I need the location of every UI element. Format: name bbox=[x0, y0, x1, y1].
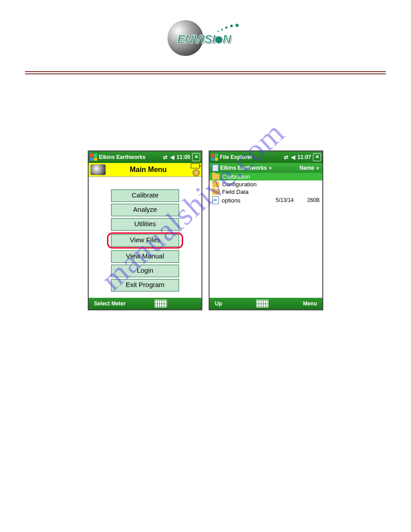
start-icon[interactable] bbox=[90, 154, 97, 161]
folder-configuration[interactable]: Configuration bbox=[210, 180, 322, 188]
titlebar-app-name: Elkins Earthworks bbox=[99, 154, 146, 160]
logo-dot-icon bbox=[215, 36, 223, 43]
exit-program-button[interactable]: Exit Program bbox=[111, 279, 179, 292]
envision-logo: ENVISIN bbox=[0, 0, 411, 60]
folder-icon bbox=[212, 181, 219, 187]
sort-dropdown[interactable]: Name ▼ bbox=[300, 165, 320, 171]
titlebar-app-name: File Explorer bbox=[220, 154, 253, 160]
clock: 11:07 bbox=[297, 154, 311, 160]
file-size: 260B bbox=[304, 197, 320, 203]
divider bbox=[25, 71, 386, 74]
start-icon[interactable] bbox=[211, 154, 218, 161]
titlebar: File Explorer ⇄ ◀︎ 11:07 ✕ bbox=[210, 151, 322, 163]
softkey-up[interactable]: Up bbox=[215, 300, 222, 307]
keyboard-icon[interactable] bbox=[154, 300, 167, 308]
logo-text-pre: ENVISI bbox=[177, 32, 215, 46]
app-header: Main Menu bbox=[89, 163, 201, 177]
highlight-ring: View Files bbox=[107, 232, 183, 249]
globe-small-icon bbox=[193, 169, 200, 176]
connectivity-icon[interactable]: ⇄ bbox=[163, 154, 168, 160]
volume-icon[interactable]: ◀︎ bbox=[291, 154, 295, 160]
path-dropdown[interactable]: Elkins Earthworks ▼ bbox=[220, 165, 272, 171]
file-name: Calibration bbox=[222, 173, 320, 180]
folder-icon bbox=[212, 174, 219, 180]
view-manual-button[interactable]: View Manual bbox=[111, 250, 179, 263]
folder-field-data[interactable]: Field Data bbox=[210, 188, 322, 196]
softkey-left[interactable]: Select Meter bbox=[94, 300, 126, 307]
file-name: Field Data bbox=[222, 189, 320, 195]
view-files-button[interactable]: View Files bbox=[111, 234, 179, 247]
file-icon bbox=[212, 196, 219, 204]
analyze-button[interactable]: Analyze bbox=[111, 204, 179, 216]
calibrate-button[interactable]: Calibrate bbox=[111, 189, 179, 202]
app-logo-icon bbox=[90, 164, 106, 175]
page-title: Main Menu bbox=[108, 166, 188, 174]
device-main-menu: Elkins Earthworks ⇄ ◀︎ 11:05 ✕ Main Menu… bbox=[88, 150, 202, 310]
file-options[interactable]: options 5/13/14 260B bbox=[210, 196, 322, 205]
logo-text-post: N bbox=[223, 32, 231, 46]
file-date: 5/13/14 bbox=[276, 197, 301, 203]
file-name: Configuration bbox=[222, 181, 320, 188]
location-bar: Elkins Earthworks ▼ Name ▼ bbox=[210, 163, 322, 173]
titlebar: Elkins Earthworks ⇄ ◀︎ 11:05 ✕ bbox=[89, 151, 201, 163]
folder-icon bbox=[212, 189, 219, 195]
softkey-menu[interactable]: Menu bbox=[303, 300, 317, 307]
softkey-bar: Select Meter bbox=[89, 298, 201, 309]
device-file-explorer: File Explorer ⇄ ◀︎ 11:07 ✕ Elkins Earthw… bbox=[209, 150, 323, 310]
clock: 11:05 bbox=[176, 154, 190, 160]
volume-icon[interactable]: ◀︎ bbox=[170, 154, 175, 160]
folder-calibration[interactable]: Calibration bbox=[210, 173, 322, 180]
login-button[interactable]: Login bbox=[111, 265, 179, 277]
file-list: Calibration Configuration Field Data opt… bbox=[210, 173, 322, 298]
location-icon bbox=[212, 164, 218, 172]
file-name: options bbox=[222, 197, 273, 204]
connectivity-icon[interactable]: ⇄ bbox=[283, 154, 289, 160]
battery-icon bbox=[191, 163, 200, 168]
chevron-down-icon: ▼ bbox=[268, 166, 272, 171]
utilities-button[interactable]: Utilities bbox=[111, 218, 179, 231]
keyboard-icon[interactable] bbox=[256, 300, 269, 308]
softkey-bar: Up Menu bbox=[210, 298, 322, 309]
close-icon[interactable]: ✕ bbox=[313, 153, 321, 161]
close-icon[interactable]: ✕ bbox=[192, 153, 200, 161]
chevron-down-icon: ▼ bbox=[316, 166, 320, 171]
